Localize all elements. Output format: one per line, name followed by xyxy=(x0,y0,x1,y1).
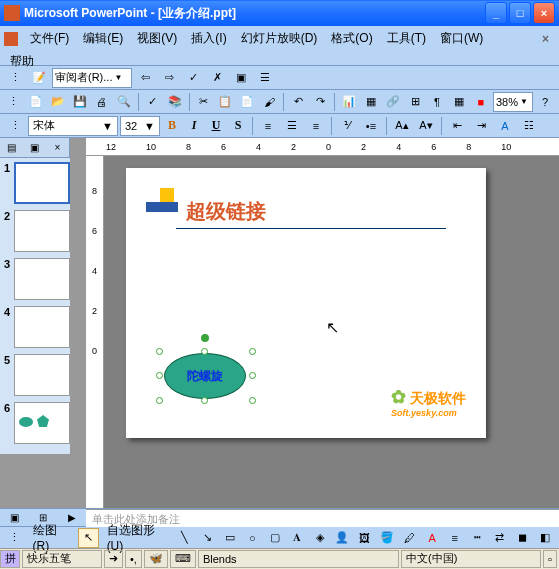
preview-button[interactable]: 🔍 xyxy=(114,92,134,112)
minimize-button[interactable]: _ xyxy=(485,2,507,24)
decrease-font-button[interactable]: A▾ xyxy=(415,116,437,136)
resize-handle-s[interactable] xyxy=(201,397,208,404)
hyperlink-button[interactable]: 🔗 xyxy=(383,92,403,112)
grid-button[interactable]: ▦ xyxy=(449,92,469,112)
normal-view-button[interactable]: ▣ xyxy=(5,510,23,526)
new-button[interactable]: 📄 xyxy=(26,92,46,112)
thumbnail-6[interactable] xyxy=(14,402,70,444)
help-button[interactable]: ? xyxy=(535,92,555,112)
ime-keyboard-icon[interactable]: ⌨ xyxy=(170,550,196,568)
outline-tab[interactable]: ▤ xyxy=(3,140,21,156)
menu-format[interactable]: 格式(O) xyxy=(325,28,378,49)
dash-style-button[interactable]: ┅ xyxy=(467,528,488,548)
maximize-button[interactable]: □ xyxy=(509,2,531,24)
bold-button[interactable]: B xyxy=(162,116,182,136)
copy-button[interactable]: 📋 xyxy=(216,92,236,112)
thumbnail-1[interactable] xyxy=(14,162,70,204)
shadow-button[interactable]: S xyxy=(228,116,248,136)
oval-button[interactable]: ○ xyxy=(242,528,263,548)
resize-handle-sw[interactable] xyxy=(156,397,163,404)
color-button[interactable]: ■ xyxy=(471,92,491,112)
slide-edit-area[interactable]: 121086420246810 86420 超级链接 陀螺旋 ↖ xyxy=(86,138,559,508)
fill-color-button[interactable]: 🪣 xyxy=(377,528,398,548)
expand-button[interactable]: ⊞ xyxy=(405,92,425,112)
resize-handle-ne[interactable] xyxy=(249,348,256,355)
underline-button[interactable]: U xyxy=(206,116,226,136)
font-color-button[interactable]: A xyxy=(422,528,443,548)
align-left-button[interactable]: ≡ xyxy=(257,116,279,136)
ime-icon[interactable]: 拼 xyxy=(0,550,20,568)
ime-shape-icon[interactable]: 🦋 xyxy=(144,550,168,568)
slides-tab[interactable]: ▣ xyxy=(26,140,44,156)
prev-change-button[interactable]: ⇦ xyxy=(134,68,156,88)
fontsize-dropdown[interactable]: 32 ▼ xyxy=(120,116,160,136)
arrow-button[interactable]: ↘ xyxy=(197,528,218,548)
status-extra-icon[interactable]: ▫ xyxy=(543,550,557,568)
grip-icon[interactable]: ⋮ xyxy=(4,528,25,548)
doc-close-button[interactable]: × xyxy=(536,30,555,48)
align-center-button[interactable]: ☰ xyxy=(281,116,303,136)
bullets-button[interactable]: •≡ xyxy=(360,116,382,136)
format-painter-button[interactable]: 🖌 xyxy=(259,92,279,112)
reject-button[interactable]: ✗ xyxy=(206,68,228,88)
end-review-button[interactable]: ▣ xyxy=(230,68,252,88)
font-dropdown[interactable]: 宋体 ▼ xyxy=(28,116,118,136)
thumbnail-5[interactable] xyxy=(14,354,70,396)
grip-icon[interactable]: ⋮ xyxy=(4,68,26,88)
wordart-button[interactable]: 𝐀 xyxy=(287,528,308,548)
research-button[interactable]: 📚 xyxy=(165,92,185,112)
decrease-indent-button[interactable]: ⇤ xyxy=(446,116,468,136)
design-button[interactable]: ☷ xyxy=(518,116,540,136)
ime-status[interactable]: 快乐五笔 xyxy=(22,550,102,568)
save-button[interactable]: 💾 xyxy=(70,92,90,112)
open-button[interactable]: 📂 xyxy=(48,92,68,112)
picture-button[interactable]: 🖼 xyxy=(354,528,375,548)
resize-handle-w[interactable] xyxy=(156,372,163,379)
thumbnail-panel[interactable]: 1 2 3 4 5 6 xyxy=(0,158,70,454)
selected-shape[interactable]: 陀螺旋 xyxy=(156,348,256,404)
grip-icon[interactable]: ⋮ xyxy=(4,92,24,112)
grip-icon[interactable]: ⋮ xyxy=(4,116,26,136)
paste-button[interactable]: 📄 xyxy=(237,92,257,112)
thumbnail-4[interactable] xyxy=(14,306,70,348)
pane-button[interactable]: ☰ xyxy=(254,68,276,88)
italic-button[interactable]: I xyxy=(184,116,204,136)
ime-mode-icon[interactable]: ➜ xyxy=(104,550,123,568)
close-button[interactable]: × xyxy=(533,2,555,24)
table-button[interactable]: ▦ xyxy=(361,92,381,112)
menu-view[interactable]: 视图(V) xyxy=(131,28,183,49)
textbox-button[interactable]: ▢ xyxy=(264,528,285,548)
oval-shape[interactable]: 陀螺旋 xyxy=(164,353,246,399)
spell-button[interactable]: ✓ xyxy=(143,92,163,112)
clipart-button[interactable]: 👤 xyxy=(332,528,353,548)
line-color-button[interactable]: 🖊 xyxy=(399,528,420,548)
resize-handle-nw[interactable] xyxy=(156,348,163,355)
review-icon[interactable]: 📝 xyxy=(28,68,50,88)
rectangle-button[interactable]: ▭ xyxy=(219,528,240,548)
select-button[interactable]: ↖ xyxy=(78,528,99,548)
menu-file[interactable]: 文件(F) xyxy=(24,28,75,49)
align-right-button[interactable]: ≡ xyxy=(305,116,327,136)
undo-button[interactable]: ↶ xyxy=(288,92,308,112)
resize-handle-e[interactable] xyxy=(249,372,256,379)
menu-window[interactable]: 窗口(W) xyxy=(434,28,489,49)
close-pane-button[interactable]: × xyxy=(49,140,67,156)
menu-tools[interactable]: 工具(T) xyxy=(381,28,432,49)
status-lang[interactable]: 中文(中国) xyxy=(401,550,541,568)
numbering-button[interactable]: ⅟ xyxy=(336,116,358,136)
menu-slideshow[interactable]: 幻灯片放映(D) xyxy=(235,28,324,49)
ime-punct-icon[interactable]: •, xyxy=(125,550,142,568)
doc-icon[interactable] xyxy=(4,32,18,46)
thumbnail-2[interactable] xyxy=(14,210,70,252)
slide-canvas[interactable]: 超级链接 陀螺旋 ↖ ✿ 天极软件 Soft.yesky.com xyxy=(126,168,486,438)
font-color-button[interactable]: A xyxy=(494,116,516,136)
thumbnail-3[interactable] xyxy=(14,258,70,300)
line-style-button[interactable]: ≡ xyxy=(444,528,465,548)
zoom-dropdown[interactable]: 38% ▼ xyxy=(493,92,533,112)
next-change-button[interactable]: ⇨ xyxy=(158,68,180,88)
show-format-button[interactable]: ¶ xyxy=(427,92,447,112)
resize-handle-se[interactable] xyxy=(249,397,256,404)
redo-button[interactable]: ↷ xyxy=(310,92,330,112)
shadow-style-button[interactable]: ◼ xyxy=(512,528,533,548)
rotation-handle[interactable] xyxy=(201,334,209,342)
